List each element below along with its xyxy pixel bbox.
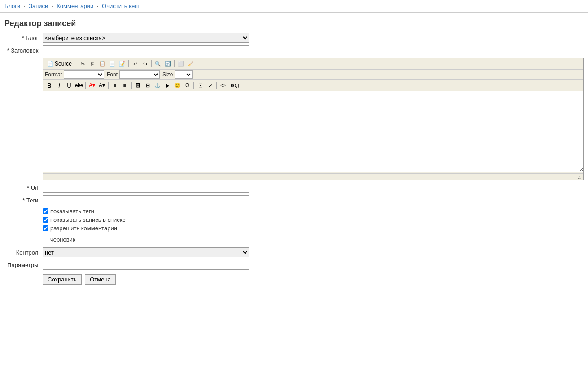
control-field-row: Контрол: нет xyxy=(4,247,584,257)
blog-select[interactable]: <выберите из списка> xyxy=(43,33,249,43)
special-char-button[interactable]: Ω xyxy=(183,81,192,90)
tags-field-row: * Теги: xyxy=(4,195,584,205)
tags-input[interactable] xyxy=(43,195,249,205)
redo-button[interactable]: ↪ xyxy=(140,59,149,68)
smiley-button[interactable]: 🙂 xyxy=(173,81,182,90)
separator1 xyxy=(76,60,76,67)
remove-format-button[interactable]: 🧹 xyxy=(186,59,195,68)
allow-comments-checkbox[interactable] xyxy=(43,225,48,231)
show-tags-checkbox[interactable] xyxy=(43,208,48,214)
blog-field-row: * Блог: <выберите из списка> xyxy=(4,33,584,43)
size-label: Size xyxy=(162,71,173,78)
format-select[interactable] xyxy=(64,70,104,79)
underline-button[interactable]: U xyxy=(65,81,74,90)
url-label: * Url: xyxy=(4,184,43,191)
find-button[interactable]: 🔍 xyxy=(154,59,162,68)
control-select[interactable]: нет xyxy=(43,247,249,257)
separator6 xyxy=(108,82,109,89)
size-select[interactable] xyxy=(175,70,193,79)
format-label: Format xyxy=(45,71,62,78)
breadcrumb-clear-cache[interactable]: Очистить кеш xyxy=(102,3,140,9)
separator5 xyxy=(85,82,86,89)
code-button[interactable]: код xyxy=(228,81,241,90)
save-button[interactable]: Сохранить xyxy=(43,274,82,285)
separator9 xyxy=(216,82,217,89)
select-all-button[interactable]: ⬜ xyxy=(176,59,185,68)
control-label: Контрол: xyxy=(4,249,43,256)
font-label: Font xyxy=(107,71,118,78)
allow-comments-row: разрешить комментарии xyxy=(43,225,584,232)
url-field-row: * Url: xyxy=(4,183,584,193)
strikethrough-button[interactable]: abc xyxy=(75,81,83,90)
draft-row: черновик xyxy=(43,236,584,243)
editor-statusbar: ◿ xyxy=(43,173,583,180)
toolbar-row1: 📄 Source ✂ ⎘ 📋 📃 📝 ↩ ↪ 🔍 🔄 ⬜ 🧹 xyxy=(43,58,583,70)
params-label: Параметры: xyxy=(4,262,43,268)
maximize-button[interactable]: ⤢ xyxy=(206,81,215,90)
replace-button[interactable]: 🔄 xyxy=(163,59,172,68)
show-in-list-label: показывать запись в списке xyxy=(50,216,126,223)
text-color-button[interactable]: A▾ xyxy=(88,81,97,90)
separator7 xyxy=(131,82,132,89)
draft-label: черновик xyxy=(50,236,75,243)
table-controls-button[interactable]: ⊡ xyxy=(196,81,205,90)
bold-button[interactable]: B xyxy=(45,81,54,90)
anchor-button[interactable]: ⚓ xyxy=(153,81,162,90)
source-label: Source xyxy=(55,61,72,67)
blog-label: * Блог: xyxy=(4,35,43,41)
form-container: * Блог: <выберите из списка> * Заголовок… xyxy=(0,33,588,285)
breadcrumb-posts[interactable]: Записи xyxy=(29,3,48,9)
params-field-row: Параметры: xyxy=(4,260,584,270)
cut-button[interactable]: ✂ xyxy=(78,59,87,68)
block-quote-button[interactable]: <> xyxy=(219,81,228,90)
font-select[interactable] xyxy=(119,70,160,79)
flash-button[interactable]: ▶ xyxy=(163,81,172,90)
editor-content[interactable] xyxy=(43,91,583,172)
show-tags-row: показывать теги xyxy=(43,208,584,215)
image-button[interactable]: 🖼 xyxy=(133,81,142,90)
separator8 xyxy=(193,82,194,89)
draft-checkbox[interactable] xyxy=(43,237,48,242)
draft-section: черновик xyxy=(43,236,584,243)
cancel-button[interactable]: Отмена xyxy=(85,274,116,285)
separator4 xyxy=(174,60,175,67)
url-input[interactable] xyxy=(43,183,249,193)
editor-wrapper: 📄 Source ✂ ⎘ 📋 📃 📝 ↩ ↪ 🔍 🔄 ⬜ 🧹 Format xyxy=(43,58,584,180)
buttons-row: Сохранить Отмена xyxy=(43,274,584,285)
breadcrumb: Блоги · Записи · Комментарии · Очистить … xyxy=(0,0,588,13)
italic-button[interactable]: I xyxy=(55,81,64,90)
separator2 xyxy=(128,60,129,67)
toolbar-row2: Format Font Size xyxy=(43,70,583,80)
unordered-list-button[interactable]: ≡ xyxy=(120,81,129,90)
show-in-list-row: показывать запись в списке xyxy=(43,216,584,223)
copy-button[interactable]: ⎘ xyxy=(88,59,97,68)
checkboxes-section: показывать теги показывать запись в спис… xyxy=(43,208,584,232)
paste-word-button[interactable]: 📝 xyxy=(118,59,127,68)
paste-text-button[interactable]: 📃 xyxy=(108,59,117,68)
bg-color-button[interactable]: A▾ xyxy=(97,81,106,90)
title-label: * Заголовок: xyxy=(4,47,43,54)
resize-handle-icon: ◿ xyxy=(578,174,581,179)
table-button[interactable]: ⊞ xyxy=(143,81,152,90)
paste-button[interactable]: 📋 xyxy=(98,59,107,68)
tags-label: * Теги: xyxy=(4,197,43,204)
source-button[interactable]: 📄 Source xyxy=(45,59,74,68)
page-title: Редактор записей xyxy=(0,17,588,33)
show-in-list-checkbox[interactable] xyxy=(43,217,48,223)
breadcrumb-comments[interactable]: Комментарии xyxy=(57,3,93,9)
allow-comments-label: разрешить комментарии xyxy=(50,225,117,232)
title-input[interactable] xyxy=(43,45,249,55)
separator3 xyxy=(151,60,152,67)
title-field-row: * Заголовок: xyxy=(4,45,584,55)
ordered-list-button[interactable]: ≡ xyxy=(110,81,119,90)
toolbar-row3: B I U abc A▾ A▾ ≡ ≡ 🖼 ⊞ ⚓ ▶ 🙂 Ω ⊡ ⤢ <> к… xyxy=(43,80,583,91)
undo-button[interactable]: ↩ xyxy=(131,59,140,68)
breadcrumb-blogs[interactable]: Блоги xyxy=(4,3,20,9)
params-input[interactable] xyxy=(43,260,249,270)
source-icon: 📄 xyxy=(47,61,53,67)
show-tags-label: показывать теги xyxy=(50,208,94,215)
